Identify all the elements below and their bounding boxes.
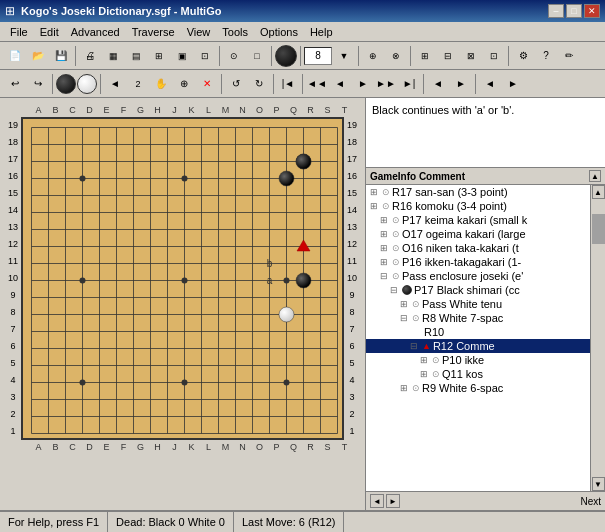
menu-tools[interactable]: Tools	[216, 24, 254, 40]
menu-traverse[interactable]: Traverse	[126, 24, 181, 40]
tree-item-r17[interactable]: ⊞ ⊙ R17 san-san (3-3 point)	[366, 185, 590, 199]
nav-hand[interactable]: ✋	[150, 73, 172, 95]
nav-fwd[interactable]: ►	[352, 73, 374, 95]
window-title: Kogo's Joseki Dictionary.sgf - MultiGo	[21, 5, 221, 17]
nav-refresh2[interactable]: ↻	[248, 73, 270, 95]
tool2[interactable]: ▦	[102, 45, 124, 67]
nav-refresh[interactable]: ↺	[225, 73, 247, 95]
tree-item-q11[interactable]: ⊞ ⊙ Q11 kos	[366, 367, 590, 381]
tool10[interactable]: ⊗	[385, 45, 407, 67]
save-button[interactable]: 💾	[50, 45, 72, 67]
expand-r8[interactable]: ⊟	[400, 313, 410, 323]
nav-left-arrow[interactable]: ◄	[104, 73, 126, 95]
menu-advanced[interactable]: Advanced	[65, 24, 126, 40]
tree-item-p10[interactable]: ⊞ ⊙ P10 ikke	[366, 353, 590, 367]
node-icon-r17: ⊙	[382, 187, 390, 197]
next-button[interactable]: Next	[580, 496, 601, 507]
tree-item-p17b[interactable]: ⊟ P17 Black shimari (cc	[366, 283, 590, 297]
svg-point-41	[80, 278, 86, 284]
open-button[interactable]: 📂	[27, 45, 49, 67]
nav-num2[interactable]: 2	[127, 73, 149, 95]
expand-p17b[interactable]: ⊟	[390, 285, 400, 295]
expand-pass1[interactable]: ⊟	[380, 271, 390, 281]
tree-item-passw[interactable]: ⊞ ⊙ Pass White tenu	[366, 297, 590, 311]
help-button[interactable]: ?	[535, 45, 557, 67]
pencil-button[interactable]: ✏	[558, 45, 580, 67]
menu-help[interactable]: Help	[304, 24, 339, 40]
tool4[interactable]: ⊞	[148, 45, 170, 67]
scroll-thumb[interactable]	[592, 214, 605, 244]
tree-item-p16[interactable]: ⊞ ⊙ P16 ikken-takagakari (1-	[366, 255, 590, 269]
tree-item-o16[interactable]: ⊞ ⊙ O16 niken taka-kakari (t	[366, 241, 590, 255]
menu-options[interactable]: Options	[254, 24, 304, 40]
tree-item-r8[interactable]: ⊟ ⊙ R8 White 7-spac	[366, 311, 590, 325]
tool13[interactable]: ⊠	[460, 45, 482, 67]
nav-right2[interactable]: ►	[450, 73, 472, 95]
tool12[interactable]: ⊟	[437, 45, 459, 67]
tree-vscroll[interactable]: ▲ ▼	[590, 185, 605, 491]
nav-start[interactable]: |◄	[277, 73, 299, 95]
tree-item-p17[interactable]: ⊞ ⊙ P17 keima kakari (small k	[366, 213, 590, 227]
col-d: D	[81, 103, 98, 117]
maximize-button[interactable]: □	[566, 4, 582, 18]
expand-r17[interactable]: ⊞	[370, 187, 380, 197]
last-move-text: Last Move: 6 (R12)	[242, 516, 336, 528]
tree-item-r12[interactable]: ⊟ ▲ R12 Comme	[366, 339, 590, 353]
tree-list: ⊞ ⊙ R17 san-san (3-3 point) ⊞ ⊙ R16 komo…	[366, 185, 590, 491]
tree-item-r16[interactable]: ⊞ ⊙ R16 komoku (3-4 point)	[366, 199, 590, 213]
tool9[interactable]: ⊕	[362, 45, 384, 67]
tree-scroll-up[interactable]: ▲	[589, 170, 601, 182]
tree-label-r8: R8 White 7-spac	[422, 312, 503, 324]
num-down[interactable]: ▼	[333, 45, 355, 67]
tool8[interactable]: □	[246, 45, 268, 67]
new-button[interactable]: 📄	[4, 45, 26, 67]
menu-file[interactable]: File	[4, 24, 34, 40]
expand-passw[interactable]: ⊞	[400, 299, 410, 309]
expand-p10[interactable]: ⊞	[420, 355, 430, 365]
nav-plus[interactable]: ⊕	[173, 73, 195, 95]
print-button[interactable]: 🖨	[79, 45, 101, 67]
tree-item-r10[interactable]: ⊞ R10	[366, 325, 590, 339]
nav-back[interactable]: ◄	[329, 73, 351, 95]
nav-end[interactable]: ►|	[398, 73, 420, 95]
settings-button[interactable]: ⚙	[512, 45, 534, 67]
expand-r9[interactable]: ⊞	[400, 383, 410, 393]
nav-x[interactable]: ✕	[196, 73, 218, 95]
undo-button[interactable]: ↩	[4, 73, 26, 95]
expand-o17[interactable]: ⊞	[380, 229, 390, 239]
expand-q11[interactable]: ⊞	[420, 369, 430, 379]
nav-prev[interactable]: ◄◄	[306, 73, 328, 95]
expand-r16[interactable]: ⊞	[370, 201, 380, 211]
tool3[interactable]: ▤	[125, 45, 147, 67]
tool11[interactable]: ⊞	[414, 45, 436, 67]
expand-p17[interactable]: ⊞	[380, 215, 390, 225]
white-stone-toggle[interactable]	[77, 74, 97, 94]
tool7[interactable]: ⊙	[223, 45, 245, 67]
tree-label-passw: Pass White tenu	[422, 298, 502, 310]
menu-edit[interactable]: Edit	[34, 24, 65, 40]
minimize-button[interactable]: –	[548, 4, 564, 18]
expand-o16[interactable]: ⊞	[380, 243, 390, 253]
close-button[interactable]: ✕	[584, 4, 600, 18]
tool6[interactable]: ⊡	[194, 45, 216, 67]
tree-nav-left[interactable]: ◄	[370, 494, 384, 508]
redo-button[interactable]: ↪	[27, 73, 49, 95]
tree-item-pass1[interactable]: ⊟ ⊙ Pass enclosure joseki (e'	[366, 269, 590, 283]
nav-right3[interactable]: ►	[502, 73, 524, 95]
svg-point-47	[296, 154, 311, 169]
expand-r12[interactable]: ⊟	[410, 341, 420, 351]
menu-view[interactable]: View	[181, 24, 217, 40]
nav-left2[interactable]: ◄	[427, 73, 449, 95]
black-stone-toggle[interactable]	[56, 74, 76, 94]
tool14[interactable]: ⊡	[483, 45, 505, 67]
nav-left3[interactable]: ◄	[479, 73, 501, 95]
go-board[interactable]: a b	[21, 117, 344, 440]
nav-ffwd[interactable]: ►►	[375, 73, 397, 95]
tree-item-r9[interactable]: ⊞ ⊙ R9 White 6-spac	[366, 381, 590, 395]
tree-nav-right[interactable]: ►	[386, 494, 400, 508]
vscroll-up[interactable]: ▲	[592, 185, 605, 199]
expand-p16[interactable]: ⊞	[380, 257, 390, 267]
vscroll-down[interactable]: ▼	[592, 477, 605, 491]
tree-item-o17[interactable]: ⊞ ⊙ O17 ogeima kakari (large	[366, 227, 590, 241]
tool5[interactable]: ▣	[171, 45, 193, 67]
